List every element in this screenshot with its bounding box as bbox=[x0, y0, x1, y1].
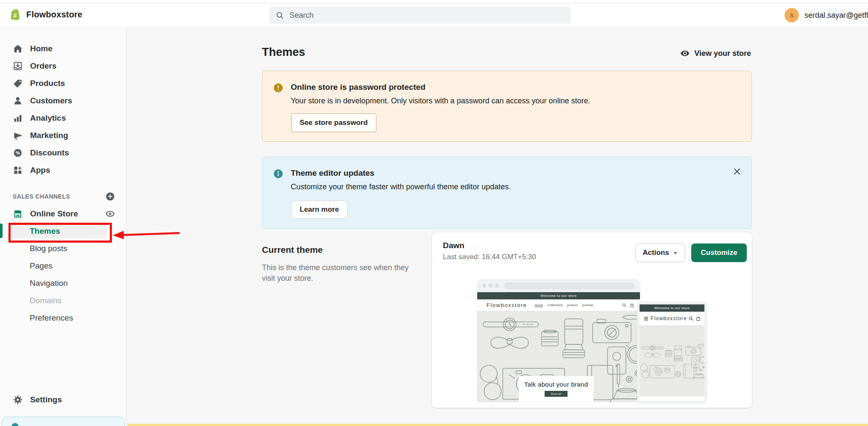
account-menu[interactable]: s serdal.sayar@getflo bbox=[785, 3, 868, 27]
svg-text:%: % bbox=[16, 150, 20, 155]
bar-chart-icon bbox=[13, 113, 23, 123]
preview-nav-link: product bbox=[567, 303, 578, 307]
warning-icon bbox=[273, 83, 284, 93]
preview-hero-mobile bbox=[640, 325, 704, 396]
shopify-admin: { "header": { "store_name": "Flowboxstor… bbox=[0, 0, 868, 426]
tag-icon bbox=[13, 78, 23, 89]
preview-store-eye-icon[interactable] bbox=[105, 209, 115, 219]
chevron-down-icon bbox=[673, 250, 678, 256]
search-input[interactable] bbox=[289, 11, 565, 20]
announcement-bar: Welcome to our store bbox=[477, 292, 640, 299]
preview-nav: Flowboxstore Home Collections product su… bbox=[477, 299, 640, 311]
megaphone-icon bbox=[13, 130, 23, 141]
sidebar-nav: Home Orders Products Customers bbox=[0, 27, 127, 426]
address-bar bbox=[504, 282, 635, 289]
sidebar-item-label: Preferences bbox=[30, 313, 73, 323]
hero-text-box: Talk about your brand Shop all bbox=[519, 376, 593, 402]
sidebar-item-products[interactable]: Products bbox=[0, 75, 126, 92]
customize-button[interactable]: Customize bbox=[691, 243, 747, 262]
hero-title: Talk about your brand bbox=[519, 381, 593, 388]
search-icon bbox=[622, 303, 626, 307]
search-icon bbox=[689, 316, 693, 321]
sidebar-item-themes[interactable]: Themes bbox=[0, 222, 126, 240]
avatar[interactable]: s bbox=[785, 8, 799, 22]
banner-body: Your store is in development. Only visit… bbox=[291, 97, 590, 105]
close-icon[interactable] bbox=[732, 166, 742, 177]
sidebar-popup-partial bbox=[2, 417, 125, 426]
person-icon bbox=[13, 96, 23, 106]
sidebar-item-label: Pages bbox=[30, 261, 53, 271]
sidebar-item-pages[interactable]: Pages bbox=[0, 257, 126, 274]
gear-icon bbox=[13, 395, 23, 405]
orders-icon bbox=[13, 61, 23, 71]
sidebar-item-home[interactable]: Home bbox=[0, 40, 126, 57]
themes-active-indicator bbox=[0, 224, 3, 238]
sidebar-item-apps[interactable]: Apps bbox=[0, 161, 126, 179]
see-store-password-button[interactable]: See store password bbox=[291, 113, 376, 132]
preview-nav-link: summer bbox=[582, 303, 593, 307]
preview-store-name: Flowboxstore bbox=[651, 315, 687, 321]
apps-grid-icon bbox=[13, 165, 23, 175]
popup-teal-icon bbox=[11, 423, 19, 426]
main-content: Themes View your store Online store is p… bbox=[127, 27, 868, 426]
shopify-logo-icon: S bbox=[8, 8, 22, 22]
search-icon bbox=[275, 11, 284, 20]
sidebar-item-domains[interactable]: Domains bbox=[0, 292, 126, 309]
preview-store-name: Flowboxstore bbox=[487, 302, 527, 308]
browser-chrome bbox=[477, 279, 640, 292]
store-name: Flowboxstore bbox=[26, 10, 82, 19]
eye-icon bbox=[680, 48, 690, 58]
window-top-strip bbox=[0, 0, 868, 3]
sidebar-item-label: Themes bbox=[30, 227, 60, 236]
sidebar-item-label: Online Store bbox=[30, 209, 78, 219]
cart-icon bbox=[630, 303, 634, 307]
sidebar-item-label: Products bbox=[30, 79, 65, 88]
banner-title: Theme editor updates bbox=[291, 169, 374, 178]
theme-name: Dawn bbox=[443, 241, 465, 250]
bottom-yellow-strip bbox=[128, 424, 868, 426]
add-channel-icon[interactable] bbox=[105, 191, 115, 202]
hamburger-icon bbox=[643, 316, 649, 321]
announcement-bar: Welcome to our store bbox=[640, 304, 704, 312]
banner-body: Customize your theme faster with powerfu… bbox=[291, 183, 511, 191]
sidebar-item-navigation[interactable]: Navigation bbox=[0, 274, 126, 292]
learn-more-button[interactable]: Learn more bbox=[291, 200, 348, 219]
sidebar-item-label: Apps bbox=[30, 166, 50, 175]
sidebar-item-marketing[interactable]: Marketing bbox=[0, 127, 126, 144]
global-search[interactable] bbox=[269, 7, 571, 24]
current-theme-card: Dawn Last saved: 16:44 GMT+5:30 Actions … bbox=[432, 232, 752, 408]
theme-preview-mobile: Welcome to our store Flowboxstore bbox=[637, 302, 707, 404]
sidebar-item-label: Analytics bbox=[30, 113, 66, 123]
sidebar-item-orders[interactable]: Orders bbox=[0, 57, 126, 75]
sales-channels-label: SALES CHANNELS bbox=[13, 193, 70, 200]
sidebar-item-label: Customers bbox=[30, 96, 72, 105]
sidebar-item-label: Orders bbox=[30, 61, 56, 71]
sidebar-item-discounts[interactable]: % Discounts bbox=[0, 144, 126, 161]
page-title: Themes bbox=[262, 46, 305, 59]
view-your-store-link[interactable]: View your store bbox=[680, 48, 751, 58]
theme-last-saved: Last saved: 16:44 GMT+5:30 bbox=[443, 253, 536, 261]
sidebar-item-label: Settings bbox=[30, 395, 62, 404]
hero-line-art bbox=[640, 325, 704, 396]
view-your-store-label: View your store bbox=[694, 49, 751, 58]
sidebar-item-online-store[interactable]: Online Store bbox=[0, 205, 126, 222]
cart-icon bbox=[696, 316, 701, 321]
discount-badge-icon: % bbox=[13, 148, 23, 158]
sidebar-item-label: Domains bbox=[30, 296, 61, 305]
password-protected-banner: Online store is password protected Your … bbox=[262, 71, 752, 142]
preview-hero: Talk about your brand Shop all bbox=[477, 311, 640, 402]
sidebar-item-label: Discounts bbox=[30, 148, 69, 158]
sidebar-item-label: Navigation bbox=[30, 279, 68, 288]
top-bar: S Flowboxstore s serdal.sayar@getflo bbox=[0, 3, 868, 28]
info-icon bbox=[273, 169, 284, 179]
sidebar-item-label: Blog posts bbox=[30, 244, 67, 253]
sidebar-item-analytics[interactable]: Analytics bbox=[0, 109, 126, 127]
sidebar-item-blog-posts[interactable]: Blog posts bbox=[0, 240, 126, 257]
sidebar-item-settings[interactable]: Settings bbox=[0, 391, 126, 409]
home-icon bbox=[13, 44, 23, 54]
window-dot bbox=[482, 284, 486, 288]
actions-button[interactable]: Actions bbox=[635, 243, 685, 262]
sidebar-item-customers[interactable]: Customers bbox=[0, 92, 126, 109]
sidebar-item-preferences[interactable]: Preferences bbox=[0, 309, 126, 326]
banner-title: Online store is password protected bbox=[291, 83, 426, 92]
